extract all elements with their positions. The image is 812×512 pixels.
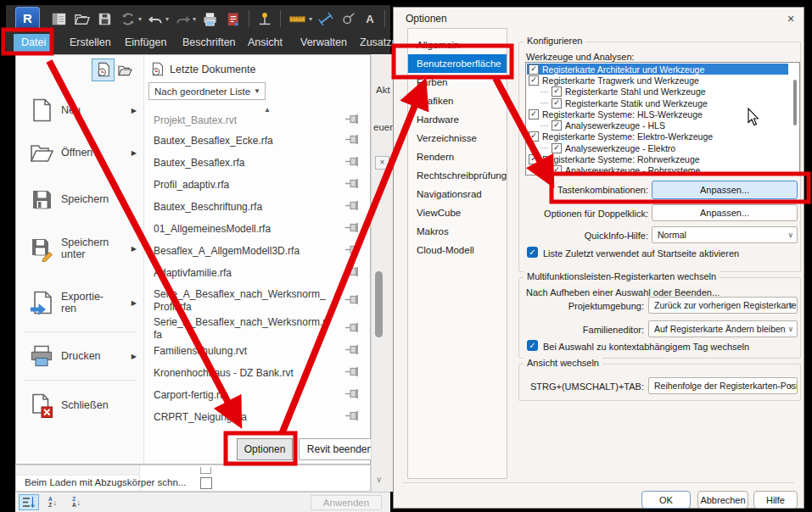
tree-item[interactable]: ✓Registerkarte Tragwerk und Werkzeuge	[527, 75, 788, 86]
close-icon[interactable]: ×	[375, 156, 389, 170]
menu-item-drucken[interactable]: Drucken▶	[16, 339, 143, 373]
checkbox-checked[interactable]: ✓	[552, 86, 562, 97]
tree-item[interactable]: ✓Registerkarte Stahl und Werkzeuge	[527, 86, 788, 97]
sidebar-item-navigationsrad[interactable]: Navigationsrad	[408, 185, 507, 203]
sidebar-item-verzeichnisse[interactable]: Verzeichnisse	[408, 129, 507, 147]
chevron-down-icon[interactable]: ∨	[376, 475, 382, 484]
menu-item-exportie-ren[interactable]: Exportie- ren▶	[16, 286, 143, 320]
tree-item[interactable]: ✓Registerkarte Architektur und Werkzeuge	[527, 64, 788, 75]
redo-icon[interactable]: ▾	[174, 8, 196, 29]
text-icon[interactable]: A	[362, 8, 378, 29]
abbrechen-button[interactable]: Abbrechen	[697, 491, 748, 509]
tab-verwalten[interactable]: Verwalten	[300, 34, 347, 52]
checkbox-checked[interactable]: ✓	[529, 109, 539, 120]
checkbox-checked[interactable]: ✓	[552, 165, 562, 175]
sidebar-item-grafiken[interactable]: Grafiken	[408, 92, 507, 110]
tree-item[interactable]: ✓Registerkarte Statik und Werkzeuge	[527, 97, 788, 109]
properties-palette-icon[interactable]	[50, 8, 68, 29]
recent-file-item[interactable]: Familienschulung.rvt	[143, 340, 366, 362]
recent-file-item[interactable]: Profil_adaptiv.rfa	[143, 174, 366, 196]
sidebar-item-rechtschreibpruefung[interactable]: Rechtschreibprüfung	[408, 166, 507, 185]
pin-icon[interactable]	[345, 221, 359, 237]
doubleclick-customize-button[interactable]: Anpassen...	[652, 204, 798, 221]
pin-icon[interactable]	[345, 387, 359, 403]
tree-item[interactable]: ✓Registerkarte Systeme: HLS-Werkzeuge	[527, 109, 788, 120]
recent-file-item[interactable]: Serie_A_Besaflex_nach_Werksnorm_Profil.r…	[143, 284, 366, 318]
recent-file-item[interactable]: Bautex_Beschriftung.rfa	[143, 196, 366, 218]
transfer-project-icon[interactable]	[224, 8, 242, 29]
pin-icon[interactable]	[345, 265, 359, 281]
tab-datei[interactable]: Datei	[14, 34, 53, 52]
sidebar-item-benutzeroberflaeche[interactable]: Benutzeroberfläche	[408, 54, 507, 73]
dropdown-caret-icon[interactable]: ▾	[309, 15, 312, 23]
save-icon[interactable]	[96, 8, 114, 29]
recent-file-item[interactable]: Bautex_Besaflex.rfa	[143, 152, 366, 174]
pin-icon[interactable]	[345, 113, 359, 128]
pin-icon[interactable]	[345, 365, 359, 381]
scrollbar-thumb[interactable]	[793, 80, 797, 125]
shortcuts-customize-button[interactable]: Anpassen...	[652, 181, 798, 199]
menu-item-schliessen[interactable]: Schließen	[16, 388, 143, 422]
checkbox-checked[interactable]: ✓	[529, 131, 539, 142]
menu-item-oeffnen[interactable]: Öffnen▶	[16, 136, 143, 170]
menu-item-speichern[interactable]: Speichern	[16, 182, 143, 216]
ok-button[interactable]: OK	[641, 491, 691, 509]
sidebar-item-makros[interactable]: Makros	[408, 222, 507, 241]
pin-icon[interactable]	[345, 293, 359, 309]
recent-file-item[interactable]: Adaptivfamilie.rfa	[143, 262, 366, 284]
sort-list-icon[interactable]	[19, 494, 39, 510]
pin-icon[interactable]	[345, 155, 359, 170]
sidebar-item-farben[interactable]: Farben	[408, 73, 507, 92]
pin-icon[interactable]	[345, 321, 359, 337]
checkbox[interactable]	[200, 477, 212, 489]
measure-icon[interactable]: ▾	[288, 8, 312, 29]
family-editor-dropdown[interactable]: Auf Registerkarte Ändern bleiben ∨	[648, 320, 798, 337]
checkbox-checked[interactable]: ✓	[527, 340, 538, 351]
close-icon[interactable]: ×	[782, 11, 799, 26]
open-folder-icon[interactable]	[73, 8, 91, 29]
sidebar-item-rendern[interactable]: Rendern	[408, 147, 507, 166]
tree-item[interactable]: ✓Analysewerkzeuge - HLS	[527, 120, 788, 131]
recent-documents-icon[interactable]	[92, 58, 115, 81]
modify-pin-icon[interactable]	[256, 8, 273, 29]
view-shortcut-dropdown[interactable]: Reihenfolge der Registerkarten-Positio ∨	[648, 377, 798, 394]
exit-revit-button[interactable]: Revit beenden	[299, 438, 381, 460]
recent-file-item[interactable]: Kronenhochhaus - DZ Bank.rvt	[143, 362, 366, 384]
sidebar-item-cloud-modell[interactable]: Cloud-Modell	[408, 241, 507, 259]
recent-file-item[interactable]: Besaflex_A_AllgemModell3D.rfa	[143, 240, 366, 262]
pin-icon[interactable]	[345, 177, 359, 192]
sidebar-item-hardware[interactable]: Hardware	[408, 110, 507, 129]
checkbox-checked[interactable]: ✓	[552, 143, 562, 153]
tag-icon[interactable]	[340, 8, 357, 29]
checkbox[interactable]	[200, 467, 211, 474]
pin-icon[interactable]	[345, 409, 359, 425]
hilfe-button[interactable]: Hilfe	[753, 491, 798, 509]
open-documents-icon[interactable]	[114, 58, 137, 81]
sidebar-item-viewcube[interactable]: ViewCube	[408, 203, 507, 222]
tree-item[interactable]: ✓Registerkarte Systeme: Rohrwerkzeuge	[527, 153, 788, 164]
tab-beschriften[interactable]: Beschriften	[182, 34, 236, 52]
dropdown-caret-icon[interactable]: ▾	[193, 15, 196, 23]
apply-button[interactable]: Anwenden	[311, 495, 382, 510]
recent-file-item[interactable]: Bautex_Besaflex_Ecke.rfa	[143, 130, 366, 152]
tab-ansicht[interactable]: Ansicht	[248, 34, 283, 52]
recent-file-item[interactable]: Serie_A_Besaflex_nach_Werksnorm.rfa	[143, 318, 366, 340]
pin-icon[interactable]	[345, 133, 359, 148]
tooltip-help-dropdown[interactable]: Normal ∨	[652, 226, 798, 243]
pin-icon[interactable]	[345, 243, 359, 259]
options-button[interactable]: Optionen	[237, 438, 293, 460]
menu-item-neu[interactable]: Neu▶	[16, 93, 143, 127]
checkbox-checked[interactable]: ✓	[529, 154, 539, 164]
pin-icon[interactable]	[345, 343, 359, 359]
checkbox-checked[interactable]: ✓	[529, 64, 539, 75]
scrollbar-thumb[interactable]	[375, 271, 383, 337]
checkbox-checked[interactable]: ✓	[552, 120, 562, 131]
recent-file-item[interactable]: Carport-fertig.rfa	[143, 384, 366, 406]
aligned-dimension-icon[interactable]	[317, 8, 335, 29]
recent-file-item[interactable]: CRPRT_Neigung.rfa	[143, 406, 366, 428]
tab-erstellen[interactable]: Erstellen	[70, 34, 111, 52]
sidebar-item-allgemein[interactable]: Allgemein	[408, 36, 507, 54]
dropdown-caret-icon[interactable]: ▾	[165, 15, 169, 23]
sync-icon[interactable]: ▾	[119, 8, 142, 29]
tree-item[interactable]: ✓Analysewerkzeuge - Rohrsysteme	[527, 165, 788, 175]
